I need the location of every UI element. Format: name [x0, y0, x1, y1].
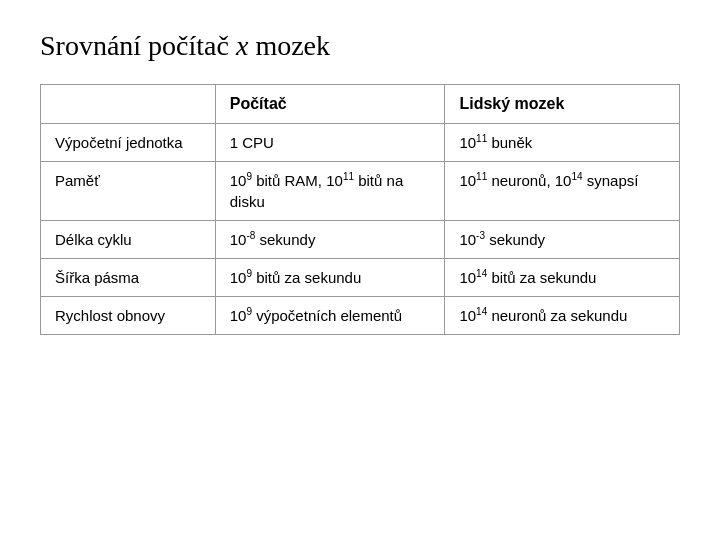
header-brain: Lidský mozek [445, 85, 680, 124]
row-pc-cycle: 10-8 sekundy [215, 221, 445, 259]
row-brain-cycle: 10-3 sekundy [445, 221, 680, 259]
row-pc-unit: 1 CPU [215, 124, 445, 162]
row-label-bandwidth: Šířka pásma [41, 259, 216, 297]
table-row: Výpočetní jednotka 1 CPU 1011 buněk [41, 124, 680, 162]
row-label-unit: Výpočetní jednotka [41, 124, 216, 162]
header-pc: Počítač [215, 85, 445, 124]
row-pc-memory: 109 bitů RAM, 1011 bitů na disku [215, 162, 445, 221]
row-label-refresh: Rychlost obnovy [41, 297, 216, 335]
row-pc-refresh: 109 výpočetních elementů [215, 297, 445, 335]
row-brain-memory: 1011 neuronů, 1014 synapsí [445, 162, 680, 221]
row-label-memory: Paměť [41, 162, 216, 221]
comparison-table: Počítač Lidský mozek Výpočetní jednotka … [40, 84, 680, 335]
row-brain-refresh: 1014 neuronů za sekundu [445, 297, 680, 335]
row-brain-unit: 1011 buněk [445, 124, 680, 162]
table-row: Paměť 109 bitů RAM, 1011 bitů na disku 1… [41, 162, 680, 221]
row-brain-bandwidth: 1014 bitů za sekundu [445, 259, 680, 297]
page-title: Srovnání počítač x mozek [40, 30, 330, 62]
header-label [41, 85, 216, 124]
table-row: Šířka pásma 109 bitů za sekundu 1014 bit… [41, 259, 680, 297]
table-row: Rychlost obnovy 109 výpočetních elementů… [41, 297, 680, 335]
table-row: Délka cyklu 10-8 sekundy 10-3 sekundy [41, 221, 680, 259]
row-label-cycle: Délka cyklu [41, 221, 216, 259]
row-pc-bandwidth: 109 bitů za sekundu [215, 259, 445, 297]
